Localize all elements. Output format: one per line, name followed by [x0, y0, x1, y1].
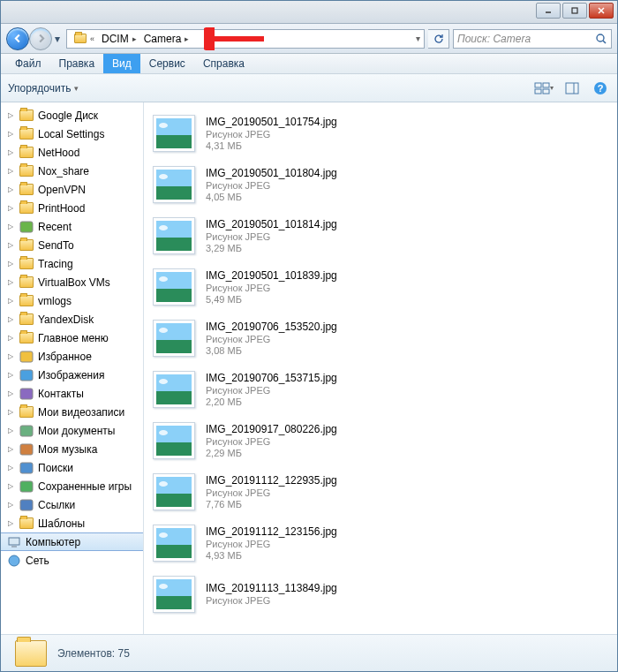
- tree-item[interactable]: ▷Google Диск: [1, 106, 143, 125]
- tree-item[interactable]: ▷Шаблоны: [1, 514, 143, 532]
- file-item[interactable]: IMG_20191113_113849.jpg Рисунок JPEG: [144, 569, 617, 620]
- file-item[interactable]: IMG_20190501_101804.jpg Рисунок JPEG 4,0…: [144, 159, 617, 210]
- expand-icon[interactable]: ▷: [8, 427, 15, 434]
- search-input[interactable]: Поиск: Camera: [453, 29, 612, 49]
- forward-button[interactable]: [29, 27, 52, 50]
- nav-pane[interactable]: ▷Google Диск▷Local Settings▷NetHood▷Nox_…: [1, 102, 144, 634]
- breadcrumb-dcim[interactable]: DCIM: [102, 33, 129, 45]
- tree-item[interactable]: ▷Контакты: [1, 384, 143, 403]
- expand-icon[interactable]: ▷: [8, 111, 15, 119]
- tree-label: Nox_share: [38, 165, 89, 177]
- expand-icon[interactable]: ▷: [8, 278, 15, 286]
- expand-icon[interactable]: ▷: [1, 538, 3, 546]
- menu-view[interactable]: Вид: [103, 54, 140, 73]
- file-name: IMG_20190917_080226.jpg: [206, 423, 337, 435]
- svg-rect-16: [20, 389, 33, 399]
- image-thumbnail: [153, 473, 195, 510]
- menu-file[interactable]: Файл: [6, 54, 50, 73]
- tree-item[interactable]: ▷Сохраненные игры: [1, 477, 143, 495]
- file-name: IMG_20190501_101814.jpg: [206, 218, 337, 230]
- tree-item-computer[interactable]: ▷Компьютер: [1, 532, 143, 551]
- tree-label: Мои видеозаписи: [38, 406, 124, 419]
- breadcrumb[interactable]: « DCIM ▸ Camera ▸ ▾: [66, 29, 425, 49]
- tree-item[interactable]: ▷Ссылки: [1, 495, 143, 514]
- tree-item[interactable]: ▷Поиски: [1, 458, 143, 477]
- expand-icon[interactable]: ▷: [8, 371, 15, 379]
- tree-item[interactable]: ▷Моя музыка: [1, 440, 143, 458]
- breadcrumb-camera[interactable]: Camera: [144, 33, 182, 45]
- file-name: IMG_20190501_101839.jpg: [206, 269, 337, 282]
- tree-item[interactable]: ▷Мои документы: [1, 421, 143, 440]
- file-list[interactable]: IMG_20190501_101754.jpg Рисунок JPEG 4,3…: [144, 102, 617, 634]
- file-type: Рисунок JPEG: [206, 180, 337, 191]
- menu-edit[interactable]: Правка: [50, 54, 104, 73]
- tree-item[interactable]: ▷Изображения: [1, 366, 143, 384]
- tree-item[interactable]: ▷Recent: [1, 217, 143, 236]
- tree-label: PrintHood: [38, 202, 85, 215]
- file-item[interactable]: IMG_20191112_123156.jpg Рисунок JPEG 4,9…: [144, 517, 617, 569]
- tree-item[interactable]: ▷OpenVPN: [1, 180, 143, 199]
- file-item[interactable]: IMG_20190501_101814.jpg Рисунок JPEG 3,2…: [144, 210, 617, 261]
- tree-item[interactable]: ▷Избранное: [1, 347, 143, 366]
- tree-item[interactable]: ▷Tracing: [1, 254, 143, 273]
- tree-label: Ссылки: [38, 499, 75, 511]
- tree-label: Изображения: [38, 369, 104, 381]
- maximize-button[interactable]: [562, 3, 587, 19]
- expand-icon[interactable]: ▷: [1, 556, 3, 564]
- expand-icon[interactable]: ▷: [8, 389, 15, 397]
- expand-icon[interactable]: ▷: [8, 241, 15, 249]
- file-item[interactable]: IMG_20190917_080226.jpg Рисунок JPEG 2,2…: [144, 415, 617, 466]
- status-bar: Элементов: 75: [1, 634, 617, 671]
- tree-item[interactable]: ▷Nox_share: [1, 162, 143, 180]
- expand-icon[interactable]: ▷: [8, 167, 15, 175]
- expand-icon[interactable]: ▷: [8, 501, 15, 509]
- expand-icon[interactable]: ▷: [8, 148, 15, 156]
- tree-item[interactable]: ▷SendTo: [1, 236, 143, 254]
- tree-item[interactable]: ▷Local Settings: [1, 125, 143, 143]
- minimize-button[interactable]: [536, 3, 561, 19]
- file-item[interactable]: IMG_20190501_101839.jpg Рисунок JPEG 5,4…: [144, 261, 617, 313]
- tree-item[interactable]: ▷vmlogs: [1, 291, 143, 310]
- nav-history-drop[interactable]: ▾: [52, 33, 63, 45]
- expand-icon[interactable]: ▷: [8, 130, 15, 138]
- close-button[interactable]: [589, 3, 614, 19]
- preview-pane-button[interactable]: [562, 79, 582, 98]
- back-button[interactable]: [6, 27, 29, 50]
- help-button[interactable]: ?: [591, 79, 610, 98]
- menu-tools[interactable]: Сервис: [140, 54, 194, 73]
- svg-rect-21: [20, 500, 33, 510]
- file-item[interactable]: IMG_20190706_153715.jpg Рисунок JPEG 2,2…: [144, 364, 617, 415]
- view-mode-button[interactable]: ▾: [534, 79, 554, 98]
- organize-button[interactable]: Упорядочить: [8, 82, 71, 94]
- expand-icon[interactable]: ▷: [8, 445, 15, 453]
- expand-icon[interactable]: ▷: [8, 260, 15, 268]
- tree-item[interactable]: ▷VirtualBox VMs: [1, 273, 143, 291]
- tree-item[interactable]: ▷NetHood: [1, 143, 143, 162]
- file-item[interactable]: IMG_20190501_101754.jpg Рисунок JPEG 4,3…: [144, 108, 617, 159]
- tree-item-network[interactable]: ▷Сеть: [1, 551, 143, 570]
- tree-item[interactable]: ▷Главное меню: [1, 328, 143, 347]
- expand-icon[interactable]: ▷: [8, 315, 15, 323]
- expand-icon[interactable]: ▷: [8, 352, 15, 360]
- svg-rect-6: [543, 83, 549, 87]
- expand-icon[interactable]: ▷: [8, 519, 15, 527]
- refresh-button[interactable]: [428, 29, 449, 49]
- file-item[interactable]: IMG_20190706_153520.jpg Рисунок JPEG 3,0…: [144, 313, 617, 364]
- network-icon: [7, 554, 21, 568]
- tree-item[interactable]: ▷Мои видеозаписи: [1, 403, 143, 421]
- expand-icon[interactable]: ▷: [8, 464, 15, 472]
- image-thumbnail: [153, 115, 195, 152]
- expand-icon[interactable]: ▷: [8, 482, 15, 490]
- expand-icon[interactable]: ▷: [8, 334, 15, 342]
- expand-icon[interactable]: ▷: [8, 204, 15, 212]
- file-name: IMG_20190706_153520.jpg: [206, 321, 337, 333]
- expand-icon[interactable]: ▷: [8, 223, 15, 230]
- file-item[interactable]: IMG_20191112_122935.jpg Рисунок JPEG 7,7…: [144, 466, 617, 517]
- tree-item[interactable]: ▷YandexDisk: [1, 310, 143, 328]
- expand-icon[interactable]: ▷: [8, 297, 15, 305]
- expand-icon[interactable]: ▷: [8, 185, 15, 193]
- image-thumbnail: [153, 217, 195, 254]
- tree-item[interactable]: ▷PrintHood: [1, 199, 143, 217]
- menu-help[interactable]: Справка: [194, 54, 253, 73]
- expand-icon[interactable]: ▷: [8, 408, 15, 416]
